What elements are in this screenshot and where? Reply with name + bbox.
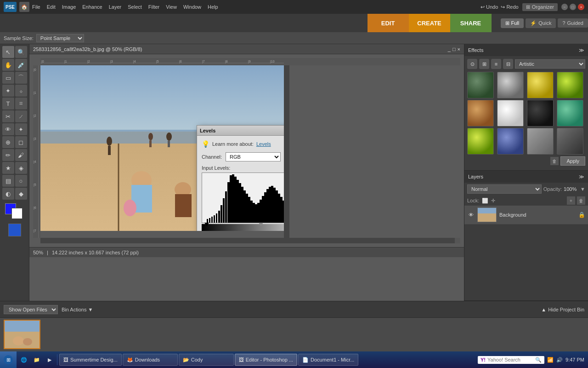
- bin-thumbnail-1[interactable]: [4, 320, 40, 349]
- menu-filter[interactable]: Filter: [148, 4, 159, 10]
- taskbar-item-5[interactable]: 📄 Document1 - Micr...: [298, 354, 358, 366]
- blend-mode-select[interactable]: Normal Multiply Screen: [467, 184, 542, 194]
- menu-image[interactable]: Image: [62, 4, 76, 10]
- midtone-handle[interactable]: [259, 223, 263, 226]
- selection-brush-tool[interactable]: ⬦: [15, 85, 27, 97]
- menu-view[interactable]: View: [166, 4, 177, 10]
- zoom-tool[interactable]: 🔍: [15, 46, 27, 58]
- learn-link[interactable]: Levels: [256, 141, 271, 147]
- gradient-tool[interactable]: ▤: [2, 175, 14, 187]
- create-mode-button[interactable]: CREATE: [409, 14, 450, 32]
- blur-tool[interactable]: ○: [15, 175, 27, 187]
- smart-brush-tool[interactable]: ★: [2, 162, 14, 174]
- crop-tool[interactable]: ⌗: [15, 98, 27, 109]
- cookie-cutter-tool[interactable]: ✂: [2, 110, 14, 122]
- effect-thumb-6[interactable]: [497, 100, 524, 126]
- close-button[interactable]: ×: [578, 4, 584, 10]
- show-open-files-select[interactable]: Show Open Files: [4, 305, 58, 314]
- hide-project-bin-label[interactable]: Hide Project Bin: [548, 307, 584, 312]
- effect-thumb-10[interactable]: [497, 128, 524, 155]
- redeye-tool[interactable]: 👁: [2, 123, 14, 135]
- eraser-tool[interactable]: ◻: [15, 136, 27, 148]
- view-full-tab[interactable]: ⊞ Full: [501, 18, 524, 28]
- text-tool[interactable]: T: [2, 98, 14, 109]
- layer-visibility-toggle[interactable]: 👁: [467, 211, 475, 218]
- filter-icon-3[interactable]: ≡: [491, 59, 501, 69]
- taskbar-item-4[interactable]: 🖼 Editor - Photoshop ...: [235, 354, 297, 366]
- lock-position-icon[interactable]: ✛: [491, 198, 495, 204]
- minimize-button[interactable]: −: [561, 4, 568, 10]
- lasso-tool[interactable]: ⌒: [15, 72, 27, 84]
- background-color[interactable]: [11, 208, 23, 219]
- effect-thumb-12[interactable]: [557, 128, 583, 155]
- menu-window[interactable]: Window: [183, 4, 201, 10]
- lock-pixels-icon[interactable]: ⬜: [482, 198, 488, 204]
- menu-help[interactable]: Help: [208, 4, 218, 10]
- taskbar-item-1[interactable]: 🖼 Summertime Desig...: [59, 354, 122, 366]
- menu-file[interactable]: File: [32, 4, 40, 10]
- effects-header[interactable]: Effects ≫: [464, 44, 588, 56]
- doc-close-icon[interactable]: ×: [458, 46, 460, 52]
- menu-edit[interactable]: Edit: [47, 4, 56, 10]
- effect-thumb-5[interactable]: [467, 100, 494, 126]
- brush-tool[interactable]: 🖌: [15, 149, 27, 161]
- taskbar-item-2[interactable]: 🦊 Downloads: [123, 354, 178, 366]
- effect-thumb-11[interactable]: [527, 128, 554, 155]
- doc-restore[interactable]: □: [452, 46, 456, 52]
- sharpen-tool[interactable]: ◆: [15, 188, 27, 200]
- paint-bucket-tool[interactable]: ◈: [15, 162, 27, 174]
- black-point-handle[interactable]: [204, 223, 209, 226]
- redo-button[interactable]: ↪ Redo: [501, 4, 518, 10]
- filter-icon-4[interactable]: ⊟: [503, 59, 513, 69]
- color-swatch-blue[interactable]: [8, 224, 21, 236]
- hand-tool[interactable]: ✋: [2, 59, 14, 71]
- effect-thumb-8[interactable]: [557, 100, 583, 126]
- edit-mode-button[interactable]: EDIT: [368, 14, 409, 32]
- menu-select[interactable]: Select: [128, 4, 142, 10]
- sample-size-select[interactable]: Point Sample 3 by 3 Average 5 by 5 Avera…: [36, 34, 84, 42]
- taskbar-icon-1[interactable]: 🌐: [18, 354, 29, 365]
- effect-thumb-3[interactable]: [527, 72, 554, 98]
- filter-icon-2[interactable]: ⊞: [479, 59, 489, 69]
- organizer-button[interactable]: ⊞ Organizer: [522, 3, 558, 11]
- layer-row[interactable]: 👁 Background 🔒: [464, 206, 588, 224]
- view-quick-tab[interactable]: ⚡ Quick: [526, 18, 556, 28]
- start-button[interactable]: ⊞: [0, 351, 17, 368]
- share-mode-button[interactable]: SHARE: [450, 14, 492, 32]
- vertical-scrollbar[interactable]: [284, 65, 289, 238]
- move-tool[interactable]: ↖: [2, 46, 14, 58]
- taskbar-search[interactable]: Y! 🔍: [478, 356, 544, 364]
- pencil-tool[interactable]: ✏: [2, 149, 14, 161]
- clone-tool[interactable]: ⊕: [2, 136, 14, 148]
- input-levels-slider[interactable]: [202, 224, 284, 231]
- opacity-dropdown-icon[interactable]: ▼: [580, 186, 585, 192]
- filter-icon-1[interactable]: ⊙: [467, 59, 477, 69]
- volume-icon[interactable]: 🔊: [556, 357, 563, 363]
- search-icon[interactable]: 🔍: [535, 357, 542, 363]
- doc-minimize[interactable]: _: [448, 46, 451, 52]
- effect-thumb-2[interactable]: [497, 72, 524, 98]
- taskbar-icon-2[interactable]: 📁: [31, 354, 42, 365]
- magic-wand-tool[interactable]: ✦: [2, 85, 14, 97]
- menu-layer[interactable]: Layer: [109, 4, 122, 10]
- marquee-tool[interactable]: ▭: [2, 72, 14, 84]
- taskbar-search-input[interactable]: [487, 357, 533, 362]
- dodge-tool[interactable]: ◐: [2, 188, 14, 200]
- delete-effect-button[interactable]: 🗑: [550, 157, 559, 165]
- effects-style-select[interactable]: Artistic Color Sketch: [515, 59, 585, 69]
- horizontal-scrollbar[interactable]: [40, 238, 455, 243]
- taskbar-item-3[interactable]: 📂 Cody: [179, 354, 234, 366]
- delete-layer-button[interactable]: 🗑: [577, 196, 585, 205]
- effect-thumb-9[interactable]: [467, 128, 494, 155]
- taskbar-icon-3[interactable]: ▶: [44, 354, 55, 365]
- effect-thumb-7[interactable]: [527, 100, 554, 126]
- apply-effect-button[interactable]: Apply: [560, 156, 585, 166]
- effect-thumb-4[interactable]: [557, 72, 583, 98]
- undo-button[interactable]: ↩ Undo: [481, 4, 498, 10]
- spot-heal-tool[interactable]: ✦: [15, 123, 27, 135]
- menu-enhance[interactable]: Enhance: [82, 4, 102, 10]
- layers-header[interactable]: Layers ≫: [464, 171, 588, 183]
- new-layer-button[interactable]: +: [567, 196, 575, 205]
- bin-actions-button[interactable]: Bin Actions ▼: [62, 307, 93, 312]
- eyedropper-tool[interactable]: 💉: [15, 59, 27, 71]
